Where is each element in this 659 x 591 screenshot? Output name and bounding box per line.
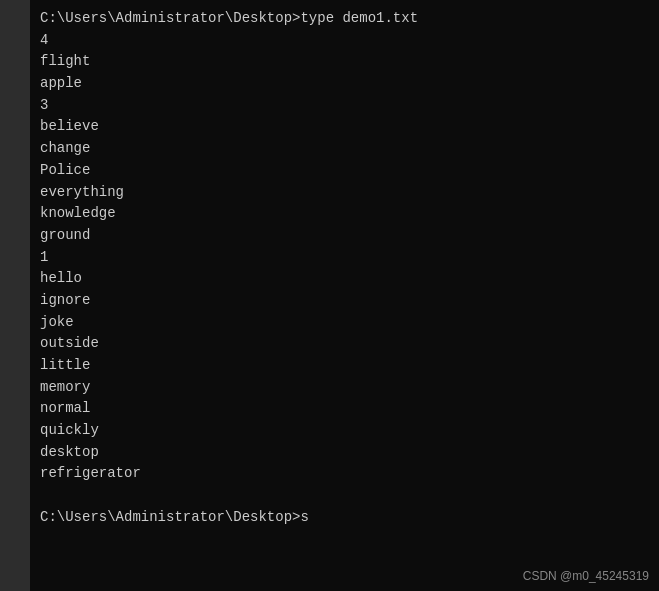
output-line-8: everything (40, 182, 649, 204)
output-line-20: desktop (40, 442, 649, 464)
output-line-2: flight (40, 51, 649, 73)
output-line-12: hello (40, 268, 649, 290)
output-line-9: knowledge (40, 203, 649, 225)
command-line: C:\Users\Administrator\Desktop>type demo… (40, 8, 649, 30)
output-line-4: 3 (40, 95, 649, 117)
output-blank (40, 485, 649, 507)
output-line-6: change (40, 138, 649, 160)
prompt-line: C:\Users\Administrator\Desktop>s (40, 507, 649, 529)
output-line-10: ground (40, 225, 649, 247)
watermark-text: CSDN @m0_45245319 (523, 569, 649, 583)
output-line-1: 4 (40, 30, 649, 52)
sidebar (0, 0, 30, 591)
output-line-14: joke (40, 312, 649, 334)
output-line-11: 1 (40, 247, 649, 269)
output-line-5: believe (40, 116, 649, 138)
output-line-16: little (40, 355, 649, 377)
output-line-7: Police (40, 160, 649, 182)
terminal-window[interactable]: C:\Users\Administrator\Desktop>type demo… (30, 0, 659, 591)
output-line-18: normal (40, 398, 649, 420)
output-line-13: ignore (40, 290, 649, 312)
output-line-21: refrigerator (40, 463, 649, 485)
output-line-3: apple (40, 73, 649, 95)
output-line-19: quickly (40, 420, 649, 442)
output-line-15: outside (40, 333, 649, 355)
output-line-17: memory (40, 377, 649, 399)
